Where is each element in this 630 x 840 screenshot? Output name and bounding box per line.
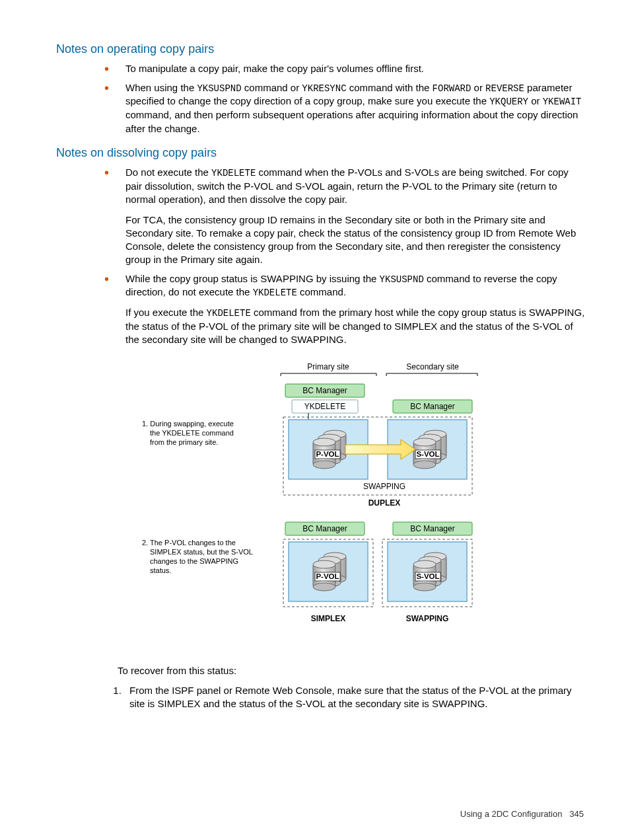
svg-point-14: [313, 461, 335, 469]
label-duplex: DUPLEX: [368, 498, 401, 508]
text: or: [528, 95, 543, 106]
note2-line3: changes to the SWAPPING: [150, 557, 238, 565]
svg-point-39: [313, 583, 335, 591]
label-swapping: SWAPPING: [363, 482, 405, 491]
list-dissolving: Do not execute the YKDELETE command when…: [56, 166, 587, 347]
diagram-swapping: Primary site Secondary site 1. During sw…: [137, 360, 507, 651]
svg-point-48: [413, 560, 436, 568]
step-item: From the ISPF panel or Remote Web Consol…: [124, 684, 587, 711]
code-ykquery: YKQUERY: [489, 96, 528, 107]
label-pvol: P-VOL: [316, 572, 339, 580]
svg-point-49: [413, 583, 436, 591]
label-bc-manager: BC Manager: [410, 402, 454, 411]
paragraph: If you execute the YKDELETE command from…: [125, 306, 587, 346]
text: If you execute the: [125, 307, 207, 318]
list-item: When using the YKSUSPND command or YKRES…: [112, 81, 587, 135]
label-bc-manager: BC Manager: [302, 524, 347, 533]
bullet-text: To manipulate a copy pair, make the copy…: [125, 63, 424, 74]
label-svol: S-VOL: [416, 450, 439, 458]
label-primary-site: Primary site: [307, 362, 349, 371]
heading-dissolving-copy-pairs: Notes on dissolving copy pairs: [56, 145, 587, 161]
step-text: From the ISPF panel or Remote Web Consol…: [129, 685, 571, 709]
label-svol: S-VOL: [416, 572, 439, 580]
note1-line3: from the primary site.: [150, 438, 218, 446]
code-forward: FORWARD: [433, 83, 472, 94]
note2-line4: status.: [150, 566, 171, 574]
text: command, and then perform subsequent ope…: [125, 109, 578, 134]
text: While the copy group status is SWAPPING …: [125, 273, 380, 284]
list-item: To manipulate a copy pair, make the copy…: [112, 62, 587, 75]
note1-line1: 1. During swapping, execute: [142, 420, 234, 428]
note1-line2: the YKDELETE command: [150, 429, 234, 437]
list-item: Do not execute the YKDELETE command when…: [112, 166, 587, 266]
code-reverse: REVERSE: [485, 83, 524, 94]
text: command or: [242, 82, 302, 93]
label-pvol: P-VOL: [316, 450, 339, 458]
label-ykdelete: YKDELETE: [304, 402, 346, 411]
text: When using the: [125, 82, 197, 93]
list-operating: To manipulate a copy pair, make the copy…: [56, 62, 587, 135]
label-swapping: SWAPPING: [406, 614, 449, 623]
label-bc-manager: BC Manager: [410, 524, 454, 533]
paragraph-recover: To recover from this status:: [118, 664, 587, 677]
code-yksuspnd: YKSUSPND: [380, 274, 424, 285]
svg-point-23: [413, 438, 436, 446]
svg-point-38: [313, 560, 335, 568]
code-ykdelete: YKDELETE: [211, 168, 256, 178]
code-ykresync: YKRESYNC: [302, 83, 346, 94]
label-bc-manager: BC Manager: [302, 386, 347, 395]
list-item: While the copy group status is SWAPPING …: [112, 272, 587, 347]
label-secondary-site: Secondary site: [406, 362, 459, 371]
code-ykewait: YKEWAIT: [543, 96, 582, 107]
code-ykdelete: YKDELETE: [207, 308, 251, 319]
text: command with the: [347, 82, 433, 93]
label-simplex: SIMPLEX: [311, 614, 346, 623]
code-yksuspnd: YKSUSPND: [197, 83, 241, 94]
code-ykdelete: YKDELETE: [253, 287, 297, 298]
note2-line2: SIMPLEX status, but the S-VOL: [150, 548, 253, 556]
svg-point-13: [313, 438, 335, 446]
heading-operating-copy-pairs: Notes on operating copy pairs: [56, 41, 587, 57]
text: or: [471, 82, 485, 93]
text: Do not execute the: [125, 167, 211, 178]
steps-list: From the ISPF panel or Remote Web Consol…: [111, 684, 587, 711]
note2-line1: 2. The P-VOL changes to the: [142, 539, 236, 547]
svg-point-24: [413, 461, 436, 469]
text: command.: [297, 286, 346, 297]
paragraph: For TCA, the consistency group ID remain…: [125, 213, 587, 267]
